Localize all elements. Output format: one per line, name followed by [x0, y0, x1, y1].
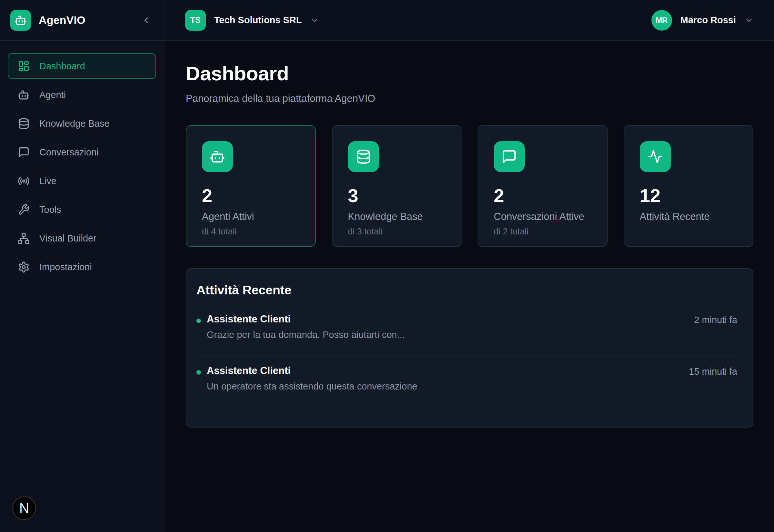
- recent-activity-panel: Attività Recente Assistente Clienti Graz…: [186, 268, 753, 428]
- sidebar-item-label: Tools: [39, 204, 61, 215]
- activity-row-time: 2 minuti fa: [694, 315, 737, 325]
- nextjs-dev-badge[interactable]: N: [12, 496, 36, 520]
- avatar: MR: [651, 10, 672, 31]
- page-content: Dashboard Panoramica della tua piattafor…: [164, 41, 774, 428]
- stat-sub: [640, 227, 738, 235]
- activity-row-time: 15 minuti fa: [689, 366, 737, 377]
- online-status-dot: [196, 370, 201, 375]
- chevron-down-icon: [310, 16, 319, 25]
- stat-value: 2: [494, 186, 591, 205]
- stat-value: 2: [202, 186, 300, 205]
- message-square-icon: [18, 146, 30, 158]
- database-icon: [18, 118, 30, 130]
- network-icon: [18, 232, 30, 244]
- main-area: TS Tech Solutions SRL MR Marco Rossi Das…: [164, 0, 774, 532]
- stat-sub: di 2 totali: [494, 227, 591, 237]
- sidebar-item-impostazioni[interactable]: Impostazioni: [8, 254, 156, 280]
- sidebar-item-visual-builder[interactable]: Visual Builder: [8, 225, 156, 251]
- stat-card-agenti-attivi[interactable]: 2 Agenti Attivi di 4 totali: [186, 125, 316, 247]
- stat-value: 3: [348, 186, 446, 205]
- layout-dashboard-icon: [18, 60, 30, 72]
- stat-value: 12: [640, 186, 738, 205]
- sidebar-header: AgenVIO: [0, 0, 164, 41]
- app-root: AgenVIO Dashboard Agenti Knowledge Base …: [0, 0, 774, 532]
- stat-label: Agenti Attivi: [202, 211, 300, 222]
- sidebar-item-label: Knowledge Base: [39, 118, 110, 129]
- sidebar-item-label: Visual Builder: [39, 233, 96, 244]
- organization-badge: TS: [185, 10, 206, 31]
- sidebar-nav: Dashboard Agenti Knowledge Base Conversa…: [0, 41, 164, 292]
- stat-card-attivita-recente[interactable]: 12 Attività Recente: [624, 125, 754, 247]
- chevron-down-icon: [744, 16, 753, 25]
- sidebar-item-tools[interactable]: Tools: [8, 197, 156, 222]
- sidebar-item-label: Agenti: [39, 90, 66, 100]
- bot-icon: [210, 149, 225, 164]
- stats-grid: 2 Agenti Attivi di 4 totali 3 Knowledge …: [186, 125, 753, 247]
- stat-card-knowledge-base[interactable]: 3 Knowledge Base di 3 totali: [332, 125, 462, 247]
- activity-row-description: Grazie per la tua domanda. Posso aiutart…: [207, 330, 688, 340]
- wrench-icon: [18, 204, 30, 216]
- activity-row-main: Assistente Clienti Grazie per la tua dom…: [207, 313, 688, 340]
- stat-label: Attività Recente: [640, 211, 738, 222]
- chevron-left-icon: [141, 15, 151, 25]
- user-menu[interactable]: MR Marco Rossi: [651, 10, 753, 31]
- card-icon-badge: [348, 141, 379, 172]
- sidebar-item-agenti[interactable]: Agenti: [8, 82, 156, 108]
- sidebar-item-live[interactable]: Live: [8, 168, 156, 194]
- activity-row-title: Assistente Clienti: [207, 313, 688, 325]
- organization-switcher[interactable]: TS Tech Solutions SRL: [185, 10, 319, 31]
- stat-sub: di 4 totali: [202, 227, 300, 237]
- user-name: Marco Rossi: [680, 15, 736, 25]
- recent-activity-title: Attività Recente: [196, 283, 737, 297]
- radio-icon: [18, 175, 30, 187]
- sidebar: AgenVIO Dashboard Agenti Knowledge Base …: [0, 0, 164, 532]
- stat-sub: di 3 totali: [348, 227, 446, 237]
- activity-row-title: Assistente Clienti: [207, 365, 683, 377]
- topbar: TS Tech Solutions SRL MR Marco Rossi: [164, 0, 774, 41]
- sidebar-collapse-button[interactable]: [139, 14, 153, 27]
- settings-icon: [18, 261, 30, 273]
- sidebar-item-label: Impostazioni: [39, 262, 92, 272]
- activity-icon: [648, 149, 663, 164]
- online-status-dot: [196, 319, 201, 323]
- card-icon-badge: [202, 141, 233, 172]
- database-icon: [356, 149, 371, 164]
- message-square-icon: [501, 149, 517, 164]
- card-icon-badge: [640, 141, 671, 172]
- sidebar-item-knowledge-base[interactable]: Knowledge Base: [8, 111, 156, 136]
- activity-row[interactable]: Assistente Clienti Grazie per la tua dom…: [196, 302, 737, 354]
- page-title: Dashboard: [186, 63, 753, 84]
- sidebar-item-label: Dashboard: [39, 61, 85, 72]
- activity-row[interactable]: Assistente Clienti Un operatore sta assi…: [196, 354, 737, 405]
- organization-name: Tech Solutions SRL: [214, 15, 302, 25]
- activity-list: Assistente Clienti Grazie per la tua dom…: [196, 302, 737, 405]
- sidebar-item-label: Live: [39, 176, 56, 186]
- stat-label: Knowledge Base: [348, 211, 446, 222]
- page-subtitle: Panoramica della tua piattaforma AgenVIO: [186, 93, 753, 104]
- sidebar-item-dashboard[interactable]: Dashboard: [8, 53, 156, 79]
- sidebar-item-conversazioni[interactable]: Conversazioni: [8, 139, 156, 165]
- brand-name: AgenVIO: [39, 14, 85, 26]
- sidebar-item-label: Conversazioni: [39, 147, 99, 158]
- stat-card-conversazioni-attive[interactable]: 2 Conversazioni Attive di 2 totali: [478, 125, 608, 247]
- stat-label: Conversazioni Attive: [494, 211, 591, 222]
- bot-icon: [15, 14, 27, 26]
- activity-row-main: Assistente Clienti Un operatore sta assi…: [207, 365, 683, 392]
- card-icon-badge: [494, 141, 525, 172]
- activity-row-description: Un operatore sta assistendo questa conve…: [207, 381, 683, 392]
- app-logo: [10, 10, 31, 31]
- bot-icon: [18, 89, 30, 101]
